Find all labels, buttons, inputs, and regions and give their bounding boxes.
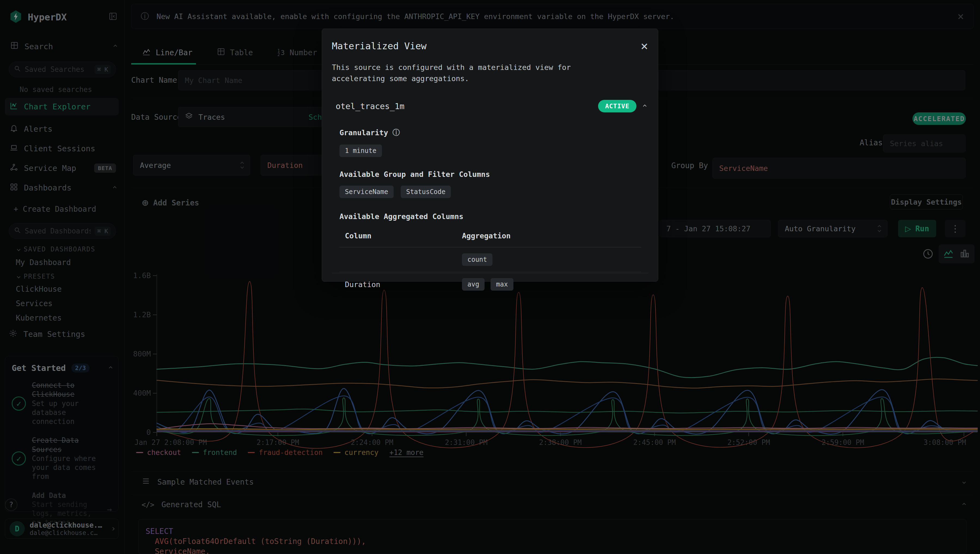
materialized-view-modal: Materialized View × This source is confi… (322, 29, 658, 282)
table-row: count (339, 247, 641, 272)
granularity-heading: Granularity ⓘ (322, 112, 658, 137)
view-name: otel_traces_1m (336, 102, 405, 111)
filter-column-chip: StatusCode (401, 186, 451, 198)
modal-title: Materialized View (332, 41, 427, 51)
column-cell (339, 247, 457, 272)
group-filter-heading: Available Group and Filter Columns (322, 157, 658, 178)
filter-column-chip: ServiceName (339, 186, 394, 198)
granularity-chip: 1 minute (339, 145, 382, 157)
granularity-label: Granularity (339, 129, 388, 137)
aggregation-chip: count (462, 253, 492, 266)
active-status-badge: ACTIVE (598, 100, 636, 112)
modal-description: This source is configured with a materia… (322, 52, 633, 84)
aggregation-cell: avgmax (457, 272, 641, 297)
hyperdx-app: HyperDX Search Saved Searches ⌘ K No sav… (0, 0, 980, 554)
group-filter-chips: ServiceNameStatusCode (322, 178, 658, 198)
info-icon[interactable]: ⓘ (392, 127, 400, 137)
table-col-header: Aggregation (457, 232, 641, 247)
aggregated-columns-table: Column Aggregation countDurationavgmax (339, 232, 641, 296)
column-cell: Duration (339, 272, 457, 297)
aggregated-heading: Available Aggregated Columns (322, 198, 658, 221)
table-row: Durationavgmax (339, 272, 641, 297)
materialized-view-accordion-header[interactable]: otel_traces_1m ACTIVE (322, 84, 658, 112)
aggregation-chip: max (491, 278, 513, 291)
table-col-header: Column (339, 232, 457, 247)
aggregation-chip: avg (462, 278, 484, 291)
divider (332, 273, 649, 273)
modal-close-icon[interactable]: × (641, 40, 648, 52)
chevron-up-icon (643, 105, 647, 108)
aggregation-cell: count (457, 247, 641, 272)
